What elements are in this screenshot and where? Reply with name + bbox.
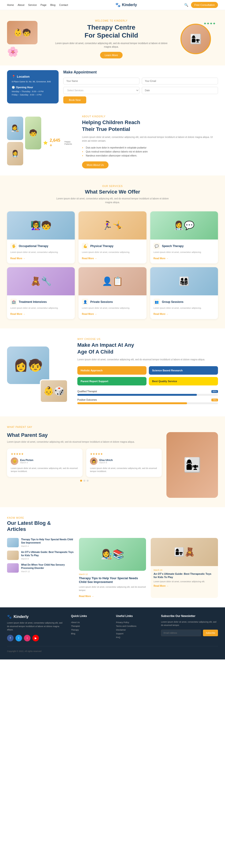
testimonials-title: What Parent Say — [7, 432, 162, 438]
slider-dots — [7, 480, 162, 482]
service-body-3: 💬 Speech Therapy Lorem ipsum dolor sit a… — [150, 240, 218, 264]
about-content: About Kinderly Helping Children Reach Th… — [82, 115, 218, 168]
useful-link-2[interactable]: Terms and Conditions — [116, 624, 154, 628]
site-logo[interactable]: 🐾 Kinderly — [115, 2, 137, 7]
stat-icon: ⭐ — [43, 141, 48, 145]
blog-item-1-title: Therapy Tips to Help Your Special Needs … — [21, 538, 74, 545]
service-header-2: 💪 Physical Therapy — [82, 243, 143, 249]
instagram-icon[interactable]: i — [24, 635, 30, 641]
dot-3[interactable] — [87, 480, 89, 482]
blog-sidebar: Therapy Tips to Help Your Special Needs … — [7, 538, 74, 598]
progress-outcomes-pct: 78% — [212, 399, 218, 401]
service-icon-6: 👥 — [154, 299, 160, 305]
blog-sidebar-item-2[interactable]: An OT's Ultimate Guide: Best Therapeutic… — [7, 551, 74, 560]
service-select[interactable]: Select Services — [63, 87, 139, 94]
blog-item-3-date: March 12 — [21, 570, 74, 572]
appointment-section: 📍 Location 8 Place Game St. No. 86, Grov… — [0, 65, 225, 108]
date-input[interactable] — [142, 87, 218, 94]
list-item-1: Duis aute irure dolor in reprehenderit i… — [82, 146, 218, 150]
quick-link-3[interactable]: Therapy — [71, 628, 109, 632]
impact-buttons: Holistic Approach Science Based Research… — [77, 366, 218, 385]
reviewer-1-name: Eva Picton — [20, 459, 33, 461]
footer-grid: 🐾 Kinderly Lorem ipsum dolor sit amet, c… — [7, 614, 218, 641]
about-subtitle: About Kinderly — [82, 115, 218, 118]
nav-about[interactable]: About — [18, 3, 24, 6]
appointment-title: Make Appointment — [63, 70, 218, 74]
testimonials-section: What Parent Say What Parent Say Lorem ip… — [0, 416, 225, 507]
blog-sidebar-item-3[interactable]: What Do When Your Child Has Sensory Proc… — [7, 563, 74, 572]
read-more-2[interactable]: Read More → — [82, 257, 97, 260]
nav-blog[interactable]: Blog — [50, 3, 55, 6]
about-section: 👩‍🎨 👩‍⚕️ 🧒 ⭐ 2,645 + Happy Patients Abou… — [0, 108, 225, 176]
read-more-4[interactable]: Read More → — [10, 313, 25, 315]
search-icon[interactable]: 🔍 — [184, 3, 188, 7]
read-more-3[interactable]: Read More → — [154, 257, 168, 260]
blog-card-readmore[interactable]: Read More → — [154, 585, 168, 587]
logo-icon: 🐾 — [115, 2, 121, 7]
holistic-btn[interactable]: Holistic Approach — [77, 366, 147, 375]
impact-images: 👩‍🧒 👶🎲 — [7, 346, 73, 398]
hero-content: Welcome To Kinderly Therapy Centre For S… — [47, 20, 176, 58]
learn-more-button[interactable]: Learn More — [100, 52, 123, 58]
newsletter-input[interactable] — [161, 630, 201, 636]
nav-right: 🔍 Free Consultation — [184, 2, 218, 8]
about-more-button[interactable]: More About Us — [82, 161, 108, 168]
useful-link-3[interactable]: Disclaimer — [116, 628, 154, 632]
read-more-6[interactable]: Read More → — [154, 313, 168, 315]
blog-header: Know More Our Latest Blog & Articles — [7, 517, 218, 532]
read-more-1[interactable]: Read More → — [10, 257, 25, 260]
science-btn[interactable]: Science Based Research — [149, 366, 218, 375]
useful-links-title: Useful Links — [116, 614, 154, 618]
reviewer-2-info: 👩 Elsa Ulrich March 8 — [90, 458, 158, 465]
quick-link-2[interactable]: Therapist — [71, 624, 109, 628]
dot-1[interactable] — [80, 480, 82, 482]
service-name-1: Occupational Therapy — [19, 244, 48, 248]
useful-link-5[interactable]: FAQ — [116, 636, 154, 639]
list-item-3: Nandeus exercitation ullamcorper volutpa… — [82, 154, 218, 158]
useful-link-4[interactable]: Support — [116, 632, 154, 636]
about-title: Helping Children Reach Their True Potent… — [82, 119, 218, 132]
logo-text: Kinderly — [122, 3, 137, 7]
footer-logo[interactable]: 🐾 Kinderly — [7, 614, 64, 619]
copyright: Copyright © 2022, All rights reserved — [7, 650, 41, 652]
useful-links-list: Privacy Policy Terms and Conditions Disc… — [116, 620, 154, 639]
service-img-4: 🧸🔧 — [7, 267, 75, 296]
useful-link-1[interactable]: Privacy Policy — [116, 620, 154, 624]
progress-therapist-label: Qualified Therapist 85% — [77, 390, 218, 393]
blog-featured-readmore[interactable]: Read More → — [79, 595, 94, 597]
consult-button[interactable]: Free Consultation — [191, 2, 218, 8]
service-header-1: 🖐 Occupational Therapy — [10, 243, 71, 249]
service-icon-5: 👤 — [82, 299, 88, 305]
nav-service[interactable]: Service — [28, 3, 37, 6]
service-desc-3: Lorem ipsum dolor sit amet, consectetur … — [154, 251, 215, 254]
quick-link-1[interactable]: About Us — [71, 620, 109, 624]
service-icon-1: 🖐 — [10, 243, 17, 249]
book-now-button[interactable]: Book Now — [63, 96, 86, 103]
twitter-icon[interactable]: t — [15, 635, 22, 641]
newsletter-button[interactable]: Subscribe — [203, 630, 218, 636]
testimonials-header: What Parent Say — [7, 426, 218, 428]
newsletter-title: Subscribe Our Newsletter — [161, 614, 218, 618]
read-more-5[interactable]: Read More → — [82, 313, 97, 315]
parent-btn[interactable]: Parent Report Support — [77, 377, 147, 385]
quality-btn[interactable]: Best Quality Service — [149, 377, 218, 385]
blog-sidebar-item-1[interactable]: Therapy Tips to Help Your Special Needs … — [7, 538, 74, 547]
stat-label: Happy Patients — [64, 141, 77, 145]
youtube-icon[interactable]: ▶ — [32, 635, 39, 641]
service-name-6: Group Sessions — [162, 300, 184, 304]
dot-2[interactable] — [84, 480, 85, 482]
services-title: What Service We Offer — [7, 189, 218, 195]
facebook-icon[interactable]: f — [7, 635, 13, 641]
nav-home[interactable]: Home — [7, 3, 14, 6]
name-input[interactable] — [63, 78, 139, 85]
nav-contact[interactable]: Contact — [59, 3, 68, 6]
quick-link-4[interactable]: Blog — [71, 632, 109, 636]
service-card-private: 👤📋 👤 Private Sessions Lorem ipsum dolor … — [78, 267, 146, 319]
blog-item-2-content: An OT's Ultimate Guide: Best Therapeutic… — [21, 551, 74, 560]
nav-page[interactable]: Page — [40, 3, 46, 6]
quick-links-list: About Us Therapist Therapy Blog — [71, 620, 109, 636]
hero-child-image: 👶🧒 — [7, 21, 37, 44]
blog-item-3-title: What Do When Your Child Has Sensory Proc… — [21, 563, 74, 570]
footer-about: 🐾 Kinderly Lorem ipsum dolor sit amet, c… — [7, 614, 64, 641]
email-input[interactable] — [142, 78, 218, 85]
